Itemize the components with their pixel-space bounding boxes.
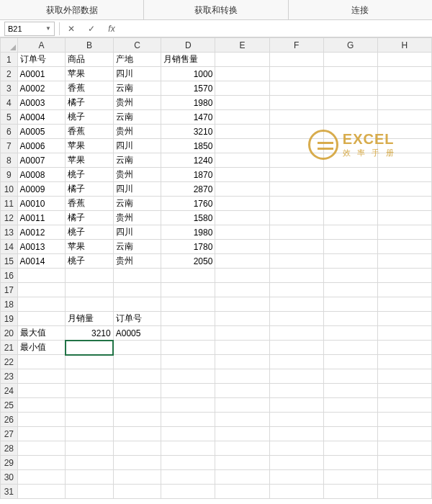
cell-H6[interactable] <box>377 125 431 139</box>
cell-B22[interactable] <box>66 355 114 369</box>
cell-H28[interactable] <box>377 441 431 456</box>
cell-A14[interactable]: A0013 <box>17 240 66 254</box>
row-header-17[interactable]: 17 <box>1 283 18 297</box>
cell-E10[interactable] <box>215 182 269 197</box>
cell-B26[interactable] <box>66 413 114 427</box>
cell-E20[interactable] <box>215 326 269 341</box>
cell-A10[interactable]: A0009 <box>17 182 66 197</box>
cell-F22[interactable] <box>269 355 323 369</box>
cell-E18[interactable] <box>215 297 269 312</box>
cell-A3[interactable]: A0002 <box>17 81 66 96</box>
cell-E12[interactable] <box>215 211 269 225</box>
name-box-dropdown-icon[interactable]: ▼ <box>45 25 51 32</box>
cell-B11[interactable]: 香蕉 <box>66 197 114 211</box>
cell-F12[interactable] <box>269 211 323 225</box>
cell-E28[interactable] <box>215 441 269 456</box>
cell-F9[interactable] <box>269 168 323 182</box>
cell-H17[interactable] <box>377 283 431 297</box>
cell-A15[interactable]: A0014 <box>17 254 66 269</box>
cell-E9[interactable] <box>215 168 269 182</box>
cell-F26[interactable] <box>269 413 323 427</box>
cell-G3[interactable] <box>323 81 377 96</box>
cell-H24[interactable] <box>377 384 431 398</box>
cell-C31[interactable] <box>113 485 161 499</box>
cell-C16[interactable] <box>113 269 161 283</box>
cell-G30[interactable] <box>323 470 377 485</box>
cell-D29[interactable] <box>161 456 215 470</box>
cell-H1[interactable] <box>377 53 431 67</box>
column-header-D[interactable]: D <box>161 38 215 53</box>
cell-G18[interactable] <box>323 297 377 312</box>
cell-D7[interactable]: 1850 <box>161 139 215 153</box>
cell-C3[interactable]: 云南 <box>113 81 161 96</box>
cell-B19[interactable]: 月销量 <box>66 312 114 326</box>
cell-D15[interactable]: 2050 <box>161 254 215 269</box>
cell-D13[interactable]: 1980 <box>161 225 215 240</box>
cell-E17[interactable] <box>215 283 269 297</box>
cell-C10[interactable]: 四川 <box>113 182 161 197</box>
cell-F7[interactable] <box>269 139 323 153</box>
cell-C30[interactable] <box>113 470 161 485</box>
cell-B15[interactable]: 桃子 <box>66 254 114 269</box>
column-header-G[interactable]: G <box>323 38 377 53</box>
cell-B10[interactable]: 橘子 <box>66 182 114 197</box>
cell-D21[interactable] <box>161 341 215 355</box>
cell-A21[interactable]: 最小值 <box>17 341 66 355</box>
cell-C22[interactable] <box>113 355 161 369</box>
cell-G21[interactable] <box>323 341 377 355</box>
cell-C19[interactable]: 订单号 <box>113 312 161 326</box>
cell-B16[interactable] <box>66 269 114 283</box>
cell-F14[interactable] <box>269 240 323 254</box>
cell-G5[interactable] <box>323 110 377 125</box>
row-header-19[interactable]: 19 <box>1 312 18 326</box>
cell-B7[interactable]: 苹果 <box>66 139 114 153</box>
cell-D22[interactable] <box>161 355 215 369</box>
cell-F4[interactable] <box>269 96 323 110</box>
cell-G22[interactable] <box>323 355 377 369</box>
cell-H23[interactable] <box>377 369 431 384</box>
cell-F20[interactable] <box>269 326 323 341</box>
row-header-16[interactable]: 16 <box>1 269 18 283</box>
cell-C23[interactable] <box>113 369 161 384</box>
cell-H22[interactable] <box>377 355 431 369</box>
cell-G17[interactable] <box>323 283 377 297</box>
cell-H4[interactable] <box>377 96 431 110</box>
row-header-31[interactable]: 31 <box>1 485 18 499</box>
row-header-23[interactable]: 23 <box>1 369 18 384</box>
cell-D14[interactable]: 1780 <box>161 240 215 254</box>
cell-E6[interactable] <box>215 125 269 139</box>
row-header-21[interactable]: 21 <box>1 341 18 355</box>
cell-B13[interactable]: 桃子 <box>66 225 114 240</box>
row-header-18[interactable]: 18 <box>1 297 18 312</box>
cell-A24[interactable] <box>17 384 66 398</box>
cell-E1[interactable] <box>215 53 269 67</box>
cell-A4[interactable]: A0003 <box>17 96 66 110</box>
cell-B1[interactable]: 商品 <box>66 53 114 67</box>
cell-E22[interactable] <box>215 355 269 369</box>
cell-B20[interactable]: 3210 <box>66 326 114 341</box>
cell-E2[interactable] <box>215 67 269 81</box>
cell-D24[interactable] <box>161 384 215 398</box>
cell-E25[interactable] <box>215 398 269 413</box>
cell-A17[interactable] <box>17 283 66 297</box>
cell-D11[interactable]: 1760 <box>161 197 215 211</box>
cell-H19[interactable] <box>377 312 431 326</box>
cell-D19[interactable] <box>161 312 215 326</box>
cell-F6[interactable] <box>269 125 323 139</box>
cell-C1[interactable]: 产地 <box>113 53 161 67</box>
cell-C9[interactable]: 贵州 <box>113 168 161 182</box>
cell-D5[interactable]: 1470 <box>161 110 215 125</box>
cell-B8[interactable]: 苹果 <box>66 153 114 168</box>
cell-E3[interactable] <box>215 81 269 96</box>
cell-F1[interactable] <box>269 53 323 67</box>
row-header-6[interactable]: 6 <box>1 125 18 139</box>
cell-B30[interactable] <box>66 470 114 485</box>
cell-E24[interactable] <box>215 384 269 398</box>
cell-F5[interactable] <box>269 110 323 125</box>
cell-H20[interactable] <box>377 326 431 341</box>
cell-B17[interactable] <box>66 283 114 297</box>
cell-C15[interactable]: 贵州 <box>113 254 161 269</box>
cell-B12[interactable]: 橘子 <box>66 211 114 225</box>
cell-A11[interactable]: A0010 <box>17 197 66 211</box>
insert-function-button[interactable]: fx <box>102 22 122 36</box>
